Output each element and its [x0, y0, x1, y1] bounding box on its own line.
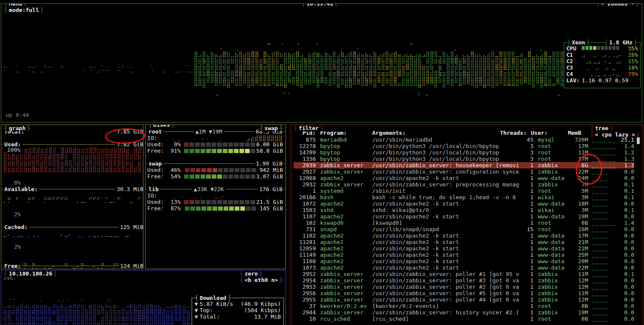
process-row[interactable]: 102kswapd0[kswapd0]1root0B⣀⣀⣀⣀⣀⣀1.4 [294, 220, 634, 226]
process-memory: 16M [569, 226, 588, 232]
chip-cpu-lazy[interactable]: ┤< cpu lazy >├ [590, 131, 640, 138]
process-name: apache2 [320, 252, 370, 258]
process-row[interactable]: 2956zabbix_server/usr/sbin/zabbix_server… [294, 290, 634, 296]
process-threads: 1 [519, 296, 533, 303]
process-arguments: /usr/bin/python3 /usr/local/bin/bpytop [372, 149, 519, 156]
process-row[interactable]: 1108apache2/usr/sbin/apache2 -k start1ww… [294, 258, 634, 264]
process-user: zabbix [538, 168, 569, 175]
process-row[interactable]: 14709bpytop/usr/bin/python3 /usr/local/b… [294, 149, 634, 156]
process-name: bash [320, 194, 370, 200]
process-memory: 5M [569, 188, 588, 194]
chip-10-100-100-26[interactable]: ┤10.100.100.26├ [4, 270, 57, 277]
clock: 16:19:41 [305, 3, 335, 7]
process-threads: 1 [519, 168, 533, 175]
chip-menu[interactable]: ┤Menu├ [4, 3, 44, 7]
process-arguments: /usr/sbin/zabbix_server: poller #1 [got … [372, 271, 519, 277]
process-cpu: 1.2 [615, 149, 634, 156]
process-pid: 2939 [294, 162, 316, 168]
chip-b-eth0-n[interactable]: ┤<b eth0 n>├ [239, 277, 283, 283]
process-memory: 22M [569, 264, 588, 271]
process-row[interactable]: 731snapd/usr/lib/snapd/snapd15root16M⣀⣀⣀… [294, 226, 634, 232]
disks-titlebar: ┤disks├ ┤io├┤swap├ [148, 125, 283, 128]
chip-tree[interactable]: ┤tree├ [590, 125, 640, 131]
chip-swap[interactable]: ┤swap├ [259, 125, 283, 131]
process-name: zabbix_server [320, 162, 370, 168]
process-threads: 45 [519, 136, 533, 143]
process-row[interactable]: 12278bpytop/usr/bin/python3 /usr/local/b… [294, 143, 634, 149]
process-cpu: 0.0 [615, 296, 634, 303]
process-row[interactable]: 2955zabbix_server/usr/sbin/zabbix_server… [294, 296, 634, 303]
process-cpu: 0.0 [615, 264, 634, 271]
process-arguments: /usr/sbin/zabbix_server: configuration s… [372, 168, 519, 175]
process-threads: 3 [519, 149, 533, 156]
process-user: root [538, 316, 569, 322]
process-user: zabbix [538, 277, 569, 284]
process-user: www-data [538, 252, 569, 258]
process-user: root [538, 143, 569, 149]
process-row[interactable]: 2954zabbix_server/usr/sbin/zabbix_server… [294, 277, 634, 284]
process-row[interactable]: 2953zabbix_server/usr/sbin/zabbix_server… [294, 284, 634, 290]
process-row[interactable]: 1102apache2/usr/sbin/apache2 -k start1ww… [294, 232, 634, 239]
process-row[interactable]: 875mariadbd/usr/sbin/mariadbd45mysql720M… [294, 136, 634, 143]
process-cpu: 0.0 [615, 175, 634, 181]
process-threads: 1 [519, 277, 533, 284]
core-row-c1: C1⣠⠀⠀⣀⠀⢀⡄⡀⢀⣠⠄26% [564, 52, 640, 58]
refresh-interval[interactable]: + 2000ms - [600, 3, 635, 7]
mem-used-graph: ⣀100% ⣶⣿⣿⣾⣶⣾⣿⣾⠀⣿⣾⣿⣾⣶⣶⣷⣿⣿⣶⣶⣷⣶⣷⣿⣿⣶⠀⣿⣿⣾⣿⣿⣾⣶… [3, 147, 141, 173]
process-pid: 12059 [294, 245, 316, 252]
process-row[interactable]: 1073apache2/usr/sbin/apache2 -k start1ww… [294, 264, 634, 271]
process-row[interactable]: 11281apache2/usr/sbin/apache2 -k start1w… [294, 239, 634, 245]
process-memory: 0B [569, 220, 588, 226]
cpu-titlebar: ┤¹cpu├┤Menu├┤mode:full├ ┤16:19:41├ ┤+ 20… [4, 3, 639, 7]
chip-xeon[interactable]: ┤Xeon├ [567, 39, 590, 46]
chip-graph[interactable]: ┤graph├ [4, 125, 31, 131]
process-row[interactable]: 2944zabbix_server/usr/sbin/zabbix_server… [294, 309, 634, 316]
process-row[interactable]: 20166bashbash -c while true; do sleep 1;… [294, 194, 634, 200]
process-row[interactable]: 37kworker/0:2-ev[kworker/0:2-events]1roo… [294, 303, 634, 309]
process-threads: 1 [519, 271, 533, 277]
process-name: zabbix_server [320, 168, 370, 175]
process-cpu-graph: ⣀⣀⣀⣀ [592, 252, 615, 258]
chip-mode-full[interactable]: ┤mode:full├ [4, 7, 44, 13]
proc-scrollbar-thumb[interactable] [637, 137, 640, 144]
process-row[interactable]: 2952zabbix_server/usr/sbin/zabbix_server… [294, 271, 634, 277]
col-memb[interactable]: MemB [562, 130, 581, 136]
process-memory: 0B [569, 303, 588, 309]
col-user[interactable]: User: [531, 130, 562, 136]
process-pid: 2927 [294, 168, 316, 175]
process-row[interactable]: 1503sshdsshd: wikai@pts/01wikai3M⣀⣀⣀⣀0.1 [294, 207, 634, 213]
chip-1-8-ghz[interactable]: ┤1.8 GHz├ [604, 39, 638, 46]
process-name: zabbix_server [320, 181, 370, 188]
process-row[interactable]: 1systemd/sbin/init1root5M⣀⣀⣀⣀0.1 [294, 188, 634, 194]
process-memory: 3M [569, 194, 588, 200]
process-arguments: /usr/sbin/zabbix_server: housekeeper [re… [372, 162, 519, 168]
chip-zero[interactable]: ┤zero├ [239, 270, 283, 277]
process-user: zabbix [538, 181, 569, 188]
process-cpu-graph: ⣀⣀⣀⣀ [592, 245, 615, 252]
process-row[interactable]: 12059apache2/usr/sbin/apache2 -k start1w… [294, 245, 634, 252]
process-cpu: 1.3 [615, 156, 634, 162]
process-arguments: /usr/sbin/apache2 -k start [372, 232, 519, 239]
process-threads: 1 [519, 303, 533, 309]
process-cpu: 0.1 [615, 271, 634, 277]
col-threads[interactable]: Threads: [488, 130, 527, 136]
process-cpu-graph: ⣀⣀⣀⣀ [592, 264, 615, 271]
process-row[interactable]: 1107apache2/usr/sbin/apache2 -k start1ww… [294, 213, 634, 220]
col-arguments[interactable]: Arguments: [372, 130, 488, 136]
process-pid: 2953 [294, 284, 316, 290]
proc-titlebar: ┤⁴proc├┤filter├ ┤per-core├┤reverse├┤tree… [294, 125, 640, 128]
process-row[interactable]: 10rcu_sched[rcu_sched]1root0B⣀⣀⣀⣀0.0 [294, 316, 634, 322]
mem-titlebar: ┤²mem├┤graph├ [4, 125, 140, 128]
chip-disks[interactable]: ┤disks├ [148, 125, 175, 128]
process-threads: 1 [519, 252, 533, 258]
process-arguments: [kworker/0:2-events] [372, 303, 519, 309]
disk-io-line: IO: ⠀⠀⠀⡀⠀⠄⠀⠀⢀⢀⠀⠀⠀⣀⢀⠄⠀⠀⠀⠀⠀⠀⠀⠀⠀⠀⠀⠀ [147, 192, 284, 199]
process-row[interactable]: 11149apache2/usr/sbin/apache2 -k start1w… [294, 252, 634, 258]
chip-filter[interactable]: ┤filter├ [294, 125, 324, 131]
interval-chip[interactable]: ┤+ 2000ms -├ [596, 3, 639, 7]
process-cpu: 1.3 [615, 162, 634, 168]
process-pid: 2956 [294, 290, 316, 296]
col-program[interactable]: Program: [320, 130, 370, 136]
process-row[interactable]: 1072apache2/usr/sbin/apache2 -k start1ww… [294, 200, 634, 207]
process-pid: 102 [294, 220, 316, 226]
